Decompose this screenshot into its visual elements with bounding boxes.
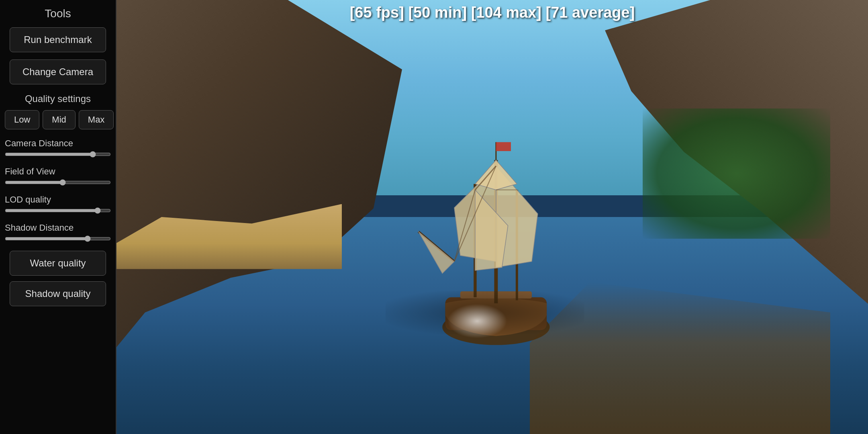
quality-max-button[interactable]: Max [79, 110, 114, 129]
shadow-distance-group: Shadow Distance [5, 223, 111, 244]
quality-settings-label: Quality settings [5, 93, 111, 104]
quality-buttons-group: Low Mid Max [5, 110, 111, 129]
sidebar: Tools Run benchmark Change Camera Qualit… [0, 0, 116, 434]
camera-distance-slider[interactable] [5, 151, 111, 158]
quality-mid-button[interactable]: Mid [43, 110, 75, 129]
lod-quality-label: LOD quality [5, 194, 111, 205]
quality-low-button[interactable]: Low [5, 110, 39, 129]
shadow-distance-label: Shadow Distance [5, 223, 111, 233]
field-of-view-group: Field of View [5, 166, 111, 187]
water-quality-button[interactable]: Water quality [10, 251, 106, 276]
change-camera-button[interactable]: Change Camera [10, 59, 106, 84]
field-of-view-label: Field of View [5, 166, 111, 177]
trees-right [643, 108, 831, 239]
lod-quality-group: LOD quality [5, 194, 111, 215]
shadow-distance-slider[interactable] [5, 235, 111, 242]
svg-rect-12 [496, 142, 511, 151]
field-of-view-slider[interactable] [5, 179, 111, 186]
run-benchmark-button[interactable]: Run benchmark [10, 27, 106, 52]
camera-distance-label: Camera Distance [5, 138, 111, 149]
lod-quality-slider[interactable] [5, 207, 111, 214]
shadow-quality-button[interactable]: Shadow quality [10, 281, 106, 306]
viewport: [65 fps] [50 min] [104 max] [71 average] [116, 0, 868, 434]
water-splash [447, 304, 507, 338]
camera-distance-group: Camera Distance [5, 138, 111, 159]
sidebar-title: Tools [5, 7, 111, 20]
fps-overlay: [65 fps] [50 min] [104 max] [71 average] [350, 4, 635, 21]
